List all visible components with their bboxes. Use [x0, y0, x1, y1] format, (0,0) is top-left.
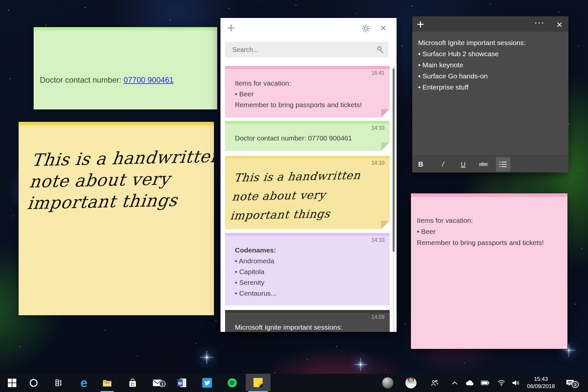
- cortana-ring-icon: [30, 379, 38, 387]
- notification-badge: 3: [572, 381, 579, 388]
- note-text: Doctor contact number: 07700 900461: [235, 133, 352, 143]
- list-note-ignite[interactable]: 14:09 Microsoft Ignite important session…: [225, 310, 390, 332]
- taskbar: e 1: [0, 374, 588, 392]
- desktop-screen: Doctor contact number: 07700 900461 This…: [0, 0, 588, 392]
- handwriting-line: important things: [26, 188, 218, 214]
- clock-time: 15:43: [523, 376, 559, 383]
- note-timestamp: 14:10: [371, 125, 384, 131]
- sticky-notes-button[interactable]: [246, 374, 270, 391]
- sticky-note-charcoal-open[interactable]: + ··· × Microsoft Ignite important sessi…: [412, 16, 568, 172]
- speaker-icon: [512, 379, 520, 386]
- tray-expand-chevron[interactable]: [447, 374, 462, 392]
- wifi-indicator[interactable]: [494, 374, 509, 392]
- note-header-strip[interactable]: [19, 122, 214, 125]
- bright-star: [360, 364, 362, 366]
- twitter-button[interactable]: [200, 374, 215, 392]
- italic-button[interactable]: /: [436, 157, 450, 172]
- bright-star: [206, 356, 208, 358]
- note-text[interactable]: Items for vacation: • Beer Remember to b…: [417, 215, 544, 248]
- handwriting-ink: This is a handwritten note about very im…: [229, 166, 362, 225]
- bullet-list-button[interactable]: [496, 157, 510, 172]
- more-menu-icon[interactable]: ···: [535, 19, 545, 27]
- start-button[interactable]: [5, 374, 20, 392]
- volume-indicator[interactable]: [509, 374, 524, 392]
- note-text: Microsoft Ignite important sessions:: [235, 322, 342, 332]
- cortana-button[interactable]: [26, 374, 41, 392]
- battery-indicator[interactable]: [478, 374, 493, 392]
- bullet-list-icon: [499, 161, 507, 168]
- close-note-button[interactable]: ×: [556, 17, 563, 32]
- handwriting-line: This is a handwritten: [31, 145, 223, 171]
- underline-button[interactable]: U: [456, 157, 470, 172]
- contact-avatar[interactable]: [405, 377, 416, 388]
- edge-icon: e: [80, 377, 87, 389]
- phone-link[interactable]: 07700 900461: [123, 75, 174, 84]
- format-toolbar: B / U abc: [412, 155, 568, 172]
- file-explorer-button[interactable]: [100, 374, 115, 392]
- note-text[interactable]: Doctor contact number: 07700 900461: [40, 75, 174, 85]
- sticky-note-pink-open[interactable]: Items for vacation: • Beer Remember to b…: [411, 193, 567, 349]
- edge-browser-button[interactable]: e: [76, 374, 91, 392]
- mail-unread-badge: 1: [159, 381, 166, 387]
- store-icon: [128, 378, 137, 387]
- note-timestamp: 14:10: [371, 237, 384, 243]
- contact-avatar[interactable]: [382, 377, 393, 388]
- word-button[interactable]: W: [174, 374, 189, 392]
- list-note-doctor[interactable]: 14:10 Doctor contact number: 07700 90046…: [225, 121, 390, 151]
- sticky-notes-icon: [253, 378, 263, 387]
- sticky-note-green-desktop[interactable]: Doctor contact number: 07700 900461: [34, 27, 217, 109]
- search-bar: [225, 42, 388, 57]
- strikethrough-button[interactable]: abc: [476, 157, 491, 172]
- bright-star: [568, 349, 570, 351]
- note-text[interactable]: Microsoft Ignite important sessions: • S…: [418, 37, 526, 93]
- taskbar-clock[interactable]: 15:43 06/09/2018: [523, 376, 559, 390]
- note-timestamp: 14:09: [371, 314, 384, 320]
- close-window-button[interactable]: ×: [380, 20, 386, 35]
- people-icon: [430, 379, 439, 387]
- list-note-vacation[interactable]: 15:41 Items for vacation: • Beer Remembe…: [225, 66, 390, 118]
- clock-date: 06/09/2018: [523, 383, 559, 390]
- folded-corner: [381, 109, 390, 118]
- twitter-icon: [202, 378, 212, 388]
- word-icon: W: [177, 378, 187, 388]
- file-explorer-icon: [102, 379, 112, 387]
- onedrive-cloud-icon: [465, 380, 474, 386]
- task-view-button[interactable]: [51, 374, 66, 392]
- spotify-icon: [227, 378, 237, 388]
- handwriting-ink[interactable]: This is a handwritten note about very im…: [26, 145, 222, 214]
- sticky-note-yellow-desktop[interactable]: This is a handwritten note about very im…: [19, 122, 214, 315]
- folded-corner: [381, 221, 390, 229]
- bold-button[interactable]: B: [414, 157, 428, 172]
- note-timestamp: 14:10: [371, 160, 384, 166]
- chevron-up-icon: [452, 381, 458, 385]
- battery-icon: [481, 381, 489, 385]
- task-view-icon: [55, 379, 63, 387]
- search-input[interactable]: [225, 42, 388, 57]
- note-header-strip[interactable]: [411, 193, 567, 197]
- handwriting-line: note about very: [28, 167, 220, 192]
- note-text-prefix: Doctor contact number:: [40, 75, 123, 84]
- wifi-icon: [498, 380, 505, 386]
- svg-text:W: W: [178, 381, 182, 386]
- note-timestamp: 15:41: [371, 70, 384, 76]
- add-note-button[interactable]: +: [227, 21, 235, 36]
- spotify-button[interactable]: [225, 374, 240, 392]
- sticky-notes-list-window: + × 15:4: [220, 18, 397, 332]
- note-title-bar[interactable]: + ··· ×: [412, 16, 568, 32]
- folded-corner: [381, 142, 390, 151]
- windows-logo-icon: [8, 379, 16, 387]
- settings-gear-icon[interactable]: [362, 24, 370, 33]
- onedrive-button[interactable]: [462, 374, 477, 392]
- list-note-codenames[interactable]: 14:10 Codenames: • Andromeda • Capitola …: [225, 233, 390, 305]
- add-note-button[interactable]: +: [417, 17, 424, 31]
- store-button[interactable]: [125, 374, 140, 392]
- note-header-strip[interactable]: [34, 27, 217, 30]
- note-text: Codenames: • Andromeda • Capitola • Sere…: [235, 245, 277, 299]
- starfield: [0, 0, 1, 1]
- scrollbar-thumb[interactable]: [393, 69, 395, 252]
- search-icon[interactable]: [377, 46, 384, 53]
- people-button[interactable]: [427, 374, 442, 392]
- note-text: Items for vacation: • Beer Remember to b…: [235, 78, 362, 110]
- list-note-handwritten[interactable]: 14:10 This is a handwritten note about v…: [225, 156, 390, 229]
